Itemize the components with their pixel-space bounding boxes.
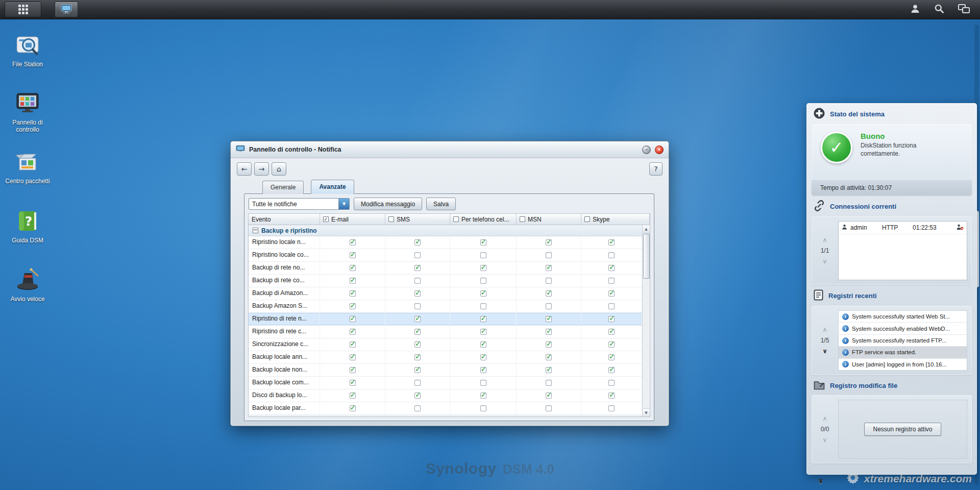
table-row[interactable]: Backup locale non...✓✓✓✓✓: [249, 364, 642, 377]
checked-checkbox[interactable]: ✓: [350, 252, 356, 258]
desktop-icon-file-station[interactable]: File Station: [4, 33, 51, 68]
save-button[interactable]: Salva: [426, 198, 456, 210]
table-row[interactable]: Ripristino di rete n...✓✓✓✓✓: [249, 313, 642, 326]
tab-generale[interactable]: Generale: [262, 181, 304, 194]
unchecked-checkbox[interactable]: [608, 405, 615, 411]
checked-checkbox[interactable]: ✓: [414, 316, 421, 322]
unchecked-checkbox[interactable]: [546, 380, 552, 386]
table-row[interactable]: Backup di Amazon...✓✓✓✓✓: [249, 287, 642, 300]
checked-checkbox[interactable]: ✓: [608, 316, 615, 322]
table-row[interactable]: Backup Amazon S...✓: [249, 300, 642, 313]
close-button[interactable]: ×: [655, 145, 664, 154]
unchecked-checkbox[interactable]: [414, 303, 421, 309]
unchecked-column-checkbox[interactable]: [520, 216, 525, 222]
checked-checkbox[interactable]: ✓: [608, 239, 615, 246]
table-row[interactable]: Backup di rete co...✓: [249, 275, 642, 287]
search-button[interactable]: [934, 4, 944, 15]
table-row[interactable]: Ripristino locale co...✓: [249, 249, 642, 262]
checked-checkbox[interactable]: ✓: [546, 367, 552, 373]
desktop-icon-dsm-help[interactable]: ? Guida DSM: [4, 209, 51, 244]
checked-checkbox[interactable]: ✓: [350, 341, 356, 348]
page-up-icon[interactable]: ∧: [823, 237, 827, 242]
unchecked-checkbox[interactable]: [414, 252, 421, 258]
checked-checkbox[interactable]: ✓: [350, 405, 356, 411]
column-header[interactable]: MSN: [517, 214, 581, 225]
home-button[interactable]: ⌂: [272, 162, 286, 176]
unchecked-checkbox[interactable]: [608, 252, 615, 258]
checked-checkbox[interactable]: ✓: [350, 380, 356, 386]
checked-checkbox[interactable]: ✓: [350, 265, 356, 271]
checked-checkbox[interactable]: ✓: [546, 341, 552, 348]
desktop-icon-package-center[interactable]: Centro pacchetti: [4, 150, 51, 185]
checked-checkbox[interactable]: ✓: [414, 367, 421, 373]
unchecked-column-checkbox[interactable]: [388, 216, 394, 222]
page-up-icon[interactable]: ∧: [823, 327, 827, 332]
unchecked-checkbox[interactable]: [608, 380, 615, 386]
column-header[interactable]: SMS: [385, 214, 450, 225]
checked-checkbox[interactable]: ✓: [414, 341, 421, 348]
checked-checkbox[interactable]: ✓: [480, 316, 486, 322]
scroll-up-icon[interactable]: ▲: [643, 225, 650, 233]
checked-checkbox[interactable]: ✓: [608, 329, 615, 335]
checked-checkbox[interactable]: ✓: [350, 329, 356, 335]
unchecked-checkbox[interactable]: [414, 278, 421, 284]
log-entry[interactable]: iSystem successfully restarted FTP...: [839, 335, 967, 347]
checked-checkbox[interactable]: ✓: [608, 367, 615, 373]
window-titlebar[interactable]: Pannello di controllo - Notifica − ×: [231, 141, 669, 158]
unchecked-checkbox[interactable]: [480, 278, 486, 284]
notification-filter-select[interactable]: Tutte le notifiche ▼: [249, 198, 350, 210]
chevron-down-icon[interactable]: ▼: [338, 199, 349, 209]
checked-checkbox[interactable]: ✓: [350, 354, 356, 360]
edit-message-button[interactable]: Modifica messaggio: [354, 198, 422, 210]
checked-checkbox[interactable]: ✓: [350, 393, 356, 399]
checked-checkbox[interactable]: ✓: [480, 239, 486, 246]
table-row[interactable]: Backup locale par...✓: [249, 402, 642, 415]
table-row[interactable]: Ripristino locale n...✓✓✓✓✓: [249, 236, 642, 249]
unchecked-checkbox[interactable]: [608, 278, 615, 284]
unchecked-checkbox[interactable]: [546, 405, 552, 411]
log-entry[interactable]: iUser [admin] logged in from [10.16...: [839, 359, 967, 370]
table-row[interactable]: Disco di backup lo...✓✓✓✓✓: [249, 389, 642, 402]
checked-checkbox[interactable]: ✓: [546, 290, 552, 297]
checked-checkbox[interactable]: ✓: [414, 354, 421, 360]
checked-checkbox[interactable]: ✓: [546, 316, 552, 322]
column-header[interactable]: Per telefono cel...: [450, 214, 517, 225]
table-row[interactable]: Backup locale ann...✓✓✓✓✓: [249, 351, 642, 364]
desktop-icon-quick-start[interactable]: Avvio veloce: [4, 267, 51, 303]
help-button[interactable]: ?: [649, 162, 663, 176]
main-menu-button[interactable]: [5, 2, 41, 17]
page-down-icon[interactable]: ∨: [822, 349, 827, 354]
taskbar-control-panel-button[interactable]: [55, 2, 78, 17]
checked-checkbox[interactable]: ✓: [608, 341, 615, 348]
unchecked-checkbox[interactable]: [480, 303, 486, 309]
unchecked-checkbox[interactable]: [546, 252, 552, 258]
checked-checkbox[interactable]: ✓: [350, 278, 356, 284]
checked-checkbox[interactable]: ✓: [480, 354, 486, 360]
checked-checkbox[interactable]: ✓: [480, 329, 486, 335]
checked-checkbox[interactable]: ✓: [546, 354, 552, 360]
checked-checkbox[interactable]: ✓: [414, 239, 421, 246]
page-up-icon[interactable]: ∧: [823, 416, 827, 421]
unchecked-checkbox[interactable]: [480, 252, 486, 258]
user-menu-button[interactable]: [910, 4, 920, 15]
log-entry[interactable]: iSystem successfully enabled WebD...: [839, 323, 967, 334]
checked-checkbox[interactable]: ✓: [608, 290, 615, 297]
pilot-view-button[interactable]: [958, 4, 970, 15]
checked-checkbox[interactable]: ✓: [350, 239, 356, 246]
table-scrollbar[interactable]: ▲ ▼: [642, 225, 650, 416]
unchecked-checkbox[interactable]: [546, 303, 552, 309]
unchecked-checkbox[interactable]: [480, 405, 486, 411]
column-header[interactable]: Skype: [581, 214, 650, 225]
checked-checkbox[interactable]: ✓: [608, 265, 615, 271]
group-header-row[interactable]: Archiviazione esterna: [249, 415, 642, 416]
desktop-icon-control-panel[interactable]: Pannello di controllo: [4, 91, 51, 134]
connection-row[interactable]: adminHTTP01:22:53: [839, 222, 967, 234]
column-header[interactable]: ✓E-mail: [320, 214, 385, 225]
page-down-icon[interactable]: ∨: [823, 437, 827, 443]
checked-checkbox[interactable]: ✓: [546, 393, 552, 399]
checked-checkbox[interactable]: ✓: [480, 393, 486, 399]
checked-checkbox[interactable]: ✓: [480, 341, 486, 348]
column-header[interactable]: Evento: [249, 214, 320, 225]
page-down-icon[interactable]: ∨: [823, 259, 827, 264]
checked-column-checkbox[interactable]: ✓: [323, 216, 329, 222]
